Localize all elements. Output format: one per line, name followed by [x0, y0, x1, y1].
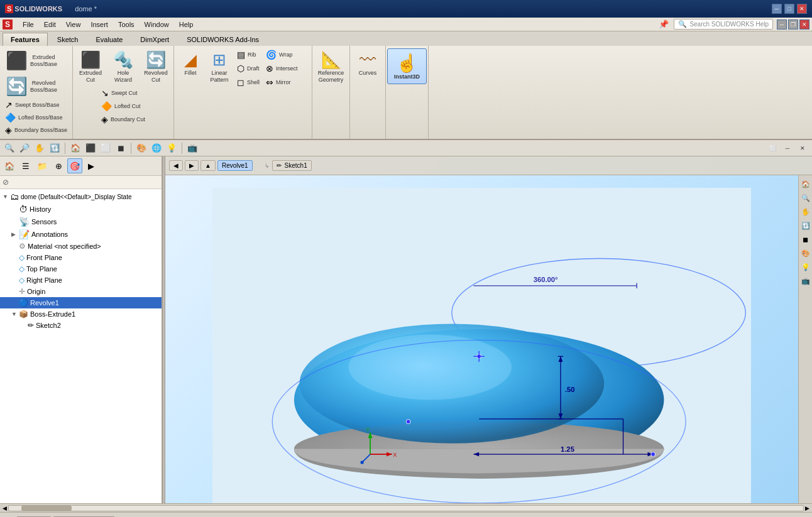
- mirror-label: Mirror: [276, 79, 291, 85]
- lights-btn[interactable]: 💡: [165, 141, 178, 155]
- vp-sketch1-btn[interactable]: ✏ Sketch1: [272, 160, 312, 171]
- tree-sensors[interactable]: 📡 Sensors: [0, 215, 162, 228]
- view-orientation-btn[interactable]: 🔍: [3, 141, 16, 155]
- tree-sketch2[interactable]: ✏ Sketch2: [0, 320, 162, 331]
- home-view-btn[interactable]: 🏠: [69, 141, 82, 155]
- tree-root[interactable]: ▼ 🗂 dome (Default<<Default>_Display Stat…: [0, 190, 162, 203]
- menu-insert[interactable]: Insert: [85, 19, 113, 30]
- reference-geometry-button[interactable]: 📐 ReferenceGeometry: [315, 48, 348, 85]
- boundary-boss-button[interactable]: ◈ Boundary Boss/Base: [3, 124, 70, 136]
- extruded-boss-button[interactable]: ⬛ ExtrudedBoss/Base: [3, 48, 70, 73]
- close-button[interactable]: ✕: [797, 4, 807, 14]
- annotations-icon: 📝: [19, 229, 30, 239]
- intersect-button[interactable]: ⊗ Intersect: [263, 62, 300, 75]
- vp-back-btn[interactable]: ◀: [169, 160, 183, 171]
- vp-revolve1-btn[interactable]: Revolve1: [217, 160, 253, 171]
- 3d-view-btn[interactable]: ⬛: [84, 141, 97, 155]
- tb2-minimize-btn[interactable]: ⬜: [765, 141, 779, 155]
- tree-material[interactable]: ⚙ Material <not specified>: [0, 241, 162, 252]
- vp-up-btn[interactable]: ▲: [200, 160, 216, 171]
- zoom-btn[interactable]: 🔎: [18, 141, 31, 155]
- window-minimize-btn[interactable]: ─: [777, 19, 787, 30]
- mirror-button[interactable]: ⇔ Mirror: [263, 76, 300, 89]
- lofted-boss-button[interactable]: 🔷 Lofted Boss/Base: [3, 111, 70, 124]
- window-close-btn[interactable]: ✕: [799, 19, 809, 30]
- menu-window[interactable]: Window: [140, 19, 174, 30]
- maximize-button[interactable]: □: [784, 4, 794, 14]
- section-view-btn[interactable]: ⬜: [99, 141, 112, 155]
- sidebar-pie-btn[interactable]: 🎯: [67, 158, 82, 173]
- tree-revolve1[interactable]: 🔵 Revolve1: [0, 297, 162, 308]
- tree-boss-extrude1[interactable]: ▼ 📦 Boss-Extrude1: [0, 308, 162, 320]
- rs-lights-btn[interactable]: 💡: [799, 261, 812, 273]
- vp-fwd-btn[interactable]: ▶: [185, 160, 199, 171]
- instant3d-button[interactable]: ☝ Instant3D: [387, 48, 427, 84]
- sidebar-home-btn[interactable]: 🏠: [2, 158, 17, 173]
- swept-cut-button[interactable]: ↘ Swept Cut: [99, 87, 148, 99]
- h-scroll-track[interactable]: [8, 505, 804, 511]
- search-box[interactable]: 🔍 Search SOLIDWORKS Help: [674, 19, 773, 30]
- wrap-button[interactable]: 🌀 Wrap: [263, 48, 300, 61]
- sidebar-expand-btn[interactable]: ▶: [84, 158, 99, 173]
- boundary-cut-button[interactable]: ◈ Boundary Cut: [99, 113, 148, 126]
- sketch2-icon: ✏: [28, 321, 34, 330]
- extruded-cut-button[interactable]: ⬛ ExtrudedCut: [75, 48, 106, 85]
- toolbar2: 🔍 🔎 ✋ 🔃 🏠 ⬛ ⬜ ◼ 🎨 🌐 💡 📺 ⬜ ─ ✕: [0, 140, 812, 156]
- lofted-cut-button[interactable]: 🔶 Lofted Cut: [99, 100, 148, 112]
- tree-history[interactable]: ⏱ History: [0, 203, 162, 215]
- tree-right-plane[interactable]: ◇ Right Plane: [0, 275, 162, 286]
- tab-dimxpert[interactable]: DimXpert: [132, 33, 177, 46]
- curves-button[interactable]: 〰 Curves: [351, 48, 384, 78]
- sidebar-tree-btn[interactable]: 📁: [35, 158, 50, 173]
- revolved-cut-button[interactable]: 🔄 RevolvedCut: [141, 48, 171, 85]
- linear-pattern-button[interactable]: ⊞ LinearPattern: [206, 48, 233, 85]
- tree-origin[interactable]: ✛ Origin: [0, 286, 162, 297]
- h-scroll-left-btn[interactable]: ◀: [1, 505, 8, 511]
- rotate-btn[interactable]: 🔃: [48, 141, 62, 155]
- shell-button[interactable]: ◻ Shell: [234, 76, 262, 89]
- h-scroll-right-btn[interactable]: ▶: [804, 505, 811, 511]
- draft-button[interactable]: ⬡ Draft: [234, 62, 262, 75]
- display-style-btn[interactable]: ◼: [114, 141, 128, 155]
- h-scrollbar[interactable]: ◀ ▶: [0, 503, 812, 512]
- instant3d-label: Instant3D: [394, 73, 420, 80]
- tab-addins[interactable]: SOLIDWORKS Add-Ins: [178, 33, 267, 46]
- menu-tools[interactable]: Tools: [113, 19, 140, 30]
- tab-features[interactable]: Features: [3, 33, 48, 46]
- menu-file[interactable]: File: [18, 19, 39, 30]
- rs-view-btn[interactable]: 📺: [799, 275, 812, 287]
- rs-pan-btn[interactable]: ✋: [799, 205, 812, 218]
- tab-evaluate[interactable]: Evaluate: [88, 33, 131, 46]
- menu-edit[interactable]: Edit: [39, 19, 61, 30]
- sidebar-target-btn[interactable]: ⊕: [51, 158, 66, 173]
- rs-display-btn[interactable]: ◼: [799, 233, 812, 246]
- h-scroll-thumb[interactable]: [21, 506, 72, 511]
- tab-sketch[interactable]: Sketch: [49, 33, 87, 46]
- model-viewport[interactable]: 360.00°: [165, 188, 798, 503]
- tree-annotations[interactable]: ▶ 📝 Annotations: [0, 228, 162, 241]
- window-restore-btn[interactable]: ❐: [788, 19, 798, 30]
- rs-color-btn[interactable]: 🎨: [799, 247, 812, 259]
- pan-btn[interactable]: ✋: [33, 141, 47, 155]
- rs-home-btn[interactable]: 🏠: [799, 178, 812, 190]
- revolved-boss-button[interactable]: 🔄 RevolvedBoss/Base: [3, 74, 70, 99]
- tree-front-plane[interactable]: ◇ Front Plane: [0, 252, 162, 263]
- revolve1-label: Revolve1: [30, 299, 59, 307]
- tb2-close-btn[interactable]: ✕: [796, 141, 809, 155]
- fillet-button[interactable]: ◢ Fillet: [177, 48, 204, 78]
- menu-view[interactable]: View: [61, 19, 86, 30]
- rib-button[interactable]: ▤ Rib: [234, 48, 262, 61]
- tb2-restore-btn[interactable]: ─: [781, 141, 794, 155]
- display-pane-btn[interactable]: 📺: [185, 141, 199, 155]
- appearance-btn[interactable]: 🎨: [134, 141, 148, 155]
- rs-zoom-btn[interactable]: 🔍: [799, 192, 812, 204]
- scene-btn[interactable]: 🌐: [150, 141, 163, 155]
- tree-top-plane[interactable]: ◇ Top Plane: [0, 263, 162, 275]
- swept-boss-button[interactable]: ↗ Swept Boss/Base: [3, 99, 70, 111]
- rs-rotate-btn[interactable]: 🔃: [799, 219, 812, 232]
- sidebar-list-btn[interactable]: ☰: [18, 158, 33, 173]
- minimize-button[interactable]: ─: [772, 4, 782, 14]
- menu-help[interactable]: Help: [174, 19, 199, 30]
- hole-wizard-button[interactable]: 🔩 HoleWizard: [108, 48, 138, 85]
- intersect-label: Intersect: [276, 65, 298, 72]
